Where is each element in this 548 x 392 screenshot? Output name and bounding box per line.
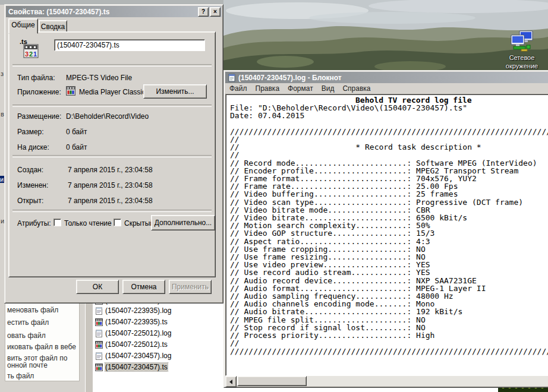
edge-fragment: з — [1, 70, 4, 77]
location-label: Размещение: — [17, 112, 61, 121]
file-row[interactable]: (150407-230457).log — [95, 351, 171, 361]
dialog-titlebar[interactable]: Свойства: (150407-230457).ts ? × — [6, 6, 222, 17]
app-value: Media Player Classic - — [79, 88, 150, 96]
menu-edit[interactable]: Правка — [251, 83, 284, 94]
file-name: (150407-225012).log — [105, 329, 171, 337]
dialog-title: Свойства: (150407-230457).ts — [8, 8, 197, 16]
icon-digit-2: 2 — [29, 50, 33, 58]
notepad-menubar: Файл Правка Формат Вид Справка — [225, 83, 548, 94]
file-row-selected[interactable]: (150407-230457).ts — [95, 362, 168, 372]
log-file-icon — [95, 352, 103, 360]
menu-format[interactable]: Формат — [284, 83, 317, 94]
network-icon-label-line1: Сетевое — [499, 53, 544, 62]
attributes-label: Атрибуты: — [17, 219, 51, 227]
filename-input[interactable] — [54, 39, 205, 51]
notepad-title: (150407-230457).log - Блокнот — [238, 74, 342, 82]
notepad-text-area[interactable]: Behold TV record log file File: "D:\Beho… — [225, 94, 548, 376]
accessed-value: 7 апреля 2015 г., 23:04:58 — [68, 197, 153, 205]
task-move-file[interactable]: естить файл — [7, 318, 49, 327]
separator — [12, 210, 212, 211]
separator — [12, 64, 212, 66]
log-body: File: "D:\Beholder\Record\Video\(150407-… — [230, 103, 548, 355]
cancel-button[interactable]: Отмена — [122, 280, 165, 294]
ts-file-icon — [95, 363, 103, 371]
created-label: Создан: — [17, 166, 43, 174]
general-tab-panel: .ts 3 2 1 Тип файла: MPEG-TS Video File … — [8, 31, 216, 277]
ondisk-value: 0 байт — [66, 143, 87, 151]
change-app-button[interactable]: Изменить... — [143, 84, 207, 99]
app-label: Приложение: — [17, 88, 61, 96]
file-row[interactable]: (150407-225012).log — [95, 328, 171, 338]
file-row[interactable]: (150407-223935).ts — [95, 317, 168, 327]
explorer-left-edge-sliver: з в и и н — [0, 5, 4, 294]
edge-fragment: в — [1, 110, 4, 118]
notepad-titlebar[interactable]: (150407-230457).log - Блокнот — [225, 72, 548, 83]
file-name: (150407-223935).log — [105, 306, 171, 315]
scrollbar-thumb[interactable] — [237, 376, 307, 386]
menu-file[interactable]: Файл — [225, 83, 251, 94]
ts-file-icon — [95, 318, 103, 326]
network-computers-icon — [509, 30, 535, 52]
help-button[interactable]: ? — [198, 7, 209, 17]
tab-general[interactable]: Общие — [8, 18, 38, 34]
size-value: 0 байт — [66, 128, 87, 136]
task-rename-file[interactable]: меновать файл — [7, 306, 58, 314]
file-name: (150407-230457).ts — [105, 363, 168, 371]
icon-digit-3: 3 — [25, 50, 29, 58]
left-arrow-icon — [227, 380, 232, 384]
network-icon-label-line2: окружение — [499, 62, 544, 70]
file-row[interactable]: (150407-223935).log — [95, 306, 171, 315]
menu-view[interactable]: Вид — [317, 83, 339, 94]
hidden-label: Скрытый — [124, 219, 154, 227]
task-print-file[interactable]: ть файл — [7, 372, 34, 380]
modified-value: 7 апреля 2015 г., 23:04:58 — [68, 181, 153, 189]
notepad-horizontal-scrollbar[interactable] — [225, 376, 548, 386]
file-name: (150407-225012).ts — [105, 340, 168, 349]
task-email-file-line2[interactable]: онной почте — [7, 361, 48, 369]
file-name: (150407-223935).ts — [105, 318, 168, 326]
notepad-app-icon — [228, 74, 236, 82]
mpc-app-icon — [66, 86, 75, 96]
readonly-label: Только чтение — [64, 219, 112, 227]
scrollbar-left-arrow[interactable] — [225, 376, 237, 387]
close-button[interactable]: × — [210, 7, 221, 17]
location-value: D:\Beholder\Record\Video — [66, 112, 149, 121]
accessed-label: Открыт: — [17, 197, 43, 205]
icon-extension-text: .ts — [20, 38, 27, 45]
file-type-value: MPEG-TS Video File — [66, 74, 132, 82]
log-file-icon — [95, 307, 103, 315]
file-type-label: Тип файла: — [17, 74, 55, 82]
log-file-icon — [95, 330, 103, 337]
file-name: (150407-230457).log — [105, 352, 171, 360]
readonly-checkbox[interactable] — [53, 219, 61, 226]
icon-digit-1: 1 — [33, 50, 37, 58]
file-row[interactable]: (150407-225012).ts — [95, 340, 168, 349]
separator — [12, 155, 212, 157]
properties-dialog: Свойства: (150407-230457).ts ? × Общие С… — [4, 4, 223, 304]
task-copy-file[interactable]: овать файл — [7, 331, 46, 340]
advanced-button[interactable]: Дополнительно... — [151, 215, 215, 230]
desktop: Сетевое окружение з в и и н меновать фай… — [0, 0, 548, 392]
menu-help[interactable]: Справка — [338, 83, 374, 94]
ok-button[interactable]: ОК — [76, 280, 119, 294]
ondisk-label: На диске: — [17, 143, 49, 151]
log-text: Behold TV record log file File: "D:\Beho… — [226, 94, 548, 355]
ts-file-large-icon: .ts 3 2 1 — [18, 37, 41, 59]
edge-fragment: и — [0, 176, 4, 183]
size-label: Размер: — [17, 128, 44, 136]
ts-file-icon — [95, 341, 103, 349]
explorer-task-pane: меновать файл естить файл овать файл ико… — [5, 299, 80, 381]
task-publish-file[interactable]: иковать файл в вебе — [7, 343, 76, 351]
hidden-checkbox[interactable] — [114, 219, 121, 226]
created-value: 7 апреля 2015 г., 23:04:58 — [68, 166, 153, 174]
separator — [12, 105, 212, 106]
modified-label: Изменен: — [17, 181, 48, 189]
desktop-icon-network[interactable]: Сетевое окружение — [499, 30, 544, 70]
notepad-window: (150407-230457).log - Блокнот Файл Правк… — [223, 70, 548, 388]
desktop-wallpaper-mountains — [214, 0, 548, 78]
apply-button[interactable]: Применить — [169, 280, 212, 294]
